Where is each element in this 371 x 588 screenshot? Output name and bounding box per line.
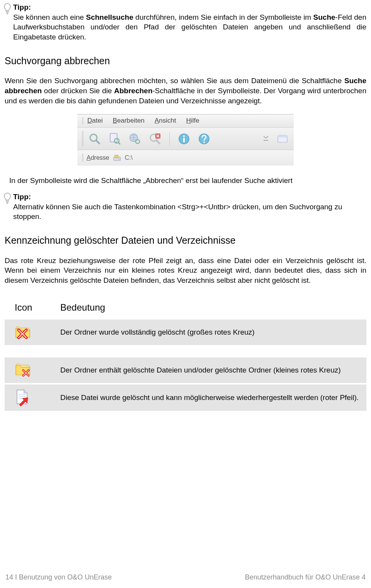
lightbulb-icon	[3, 3, 12, 15]
table-spacer	[5, 345, 366, 357]
folder-deleted-partial-icon	[15, 362, 60, 378]
address-label: Adresse	[87, 154, 109, 162]
heading-markers: Kennzeichnung gelöschter Dateien und Ver…	[5, 234, 366, 247]
svg-line-8	[157, 140, 160, 144]
para-cancel-search: Wenn Sie den Suchvorgang abbrechen möcht…	[5, 76, 366, 106]
svg-line-1	[96, 140, 100, 144]
info-icon[interactable]	[176, 131, 192, 147]
footer-left: 14 I Benutzung von O&O UnErase	[5, 573, 112, 582]
heading-cancel-search: Suchvorgang abbrechen	[5, 55, 366, 68]
panel-icon[interactable]	[274, 131, 291, 147]
svg-point-20	[118, 159, 119, 160]
toolbar-screenshot: Datei Bearbeiten Ansicht Hilfe	[77, 114, 294, 166]
table-row: Der Ordner enthält gelöschte Dateien und…	[5, 357, 366, 383]
table-row: Der Ordner wurde vollständig gelöscht (g…	[5, 320, 366, 345]
globe-search-icon[interactable]	[127, 131, 143, 147]
file-deleted-icon	[15, 389, 60, 406]
figure-caption: In der Symbolleiste wird die Schaltfläch…	[5, 176, 366, 186]
svg-line-4	[118, 142, 120, 144]
svg-point-11	[183, 135, 185, 137]
svg-point-0	[90, 134, 97, 141]
svg-point-14	[203, 142, 205, 143]
toolbar-overflow-icon[interactable]	[261, 131, 271, 147]
help-icon[interactable]	[196, 131, 212, 147]
address-bar: Adresse C:\	[77, 150, 294, 166]
toolbar	[77, 128, 294, 150]
cancel-search-icon[interactable]	[147, 131, 163, 147]
para-markers: Das rote Kreuz beziehungsweise der rote …	[5, 256, 366, 285]
tip-block-2: Tipp: Alternativ können Sie auch die Tas…	[5, 192, 366, 222]
tip-text: Alternativ können Sie auch die Tastenkom…	[13, 202, 366, 222]
row-text: Diese Datei wurde gelöscht und kann mögl…	[60, 393, 361, 403]
footer-right: Benutzerhandbuch für O&O UnErase 4	[245, 573, 366, 582]
svg-rect-17	[278, 135, 287, 137]
table-header: Icon Bedeutung	[5, 296, 366, 319]
row-text: Der Ordner enthält gelöschte Dateien und…	[60, 365, 361, 375]
header-meaning: Bedeutung	[60, 301, 361, 314]
svg-rect-2	[110, 133, 117, 142]
menu-hilfe[interactable]: Hilfe	[186, 116, 199, 125]
search-icon[interactable]	[87, 131, 103, 147]
page-search-icon[interactable]	[107, 131, 123, 147]
address-value[interactable]: C:\	[125, 154, 133, 162]
table-row: Diese Datei wurde gelöscht und kann mögl…	[5, 385, 366, 411]
svg-rect-19	[115, 155, 118, 158]
svg-rect-15	[264, 140, 268, 141]
svg-point-6	[136, 140, 140, 144]
header-icon: Icon	[15, 301, 60, 314]
tip-text: Sie können auch eine Schnellsuche durchf…	[13, 12, 366, 42]
folder-deleted-full-icon	[15, 325, 60, 339]
svg-rect-12	[183, 138, 185, 142]
tip-block-1: Tipp: Sie können auch eine Schnellsuche …	[5, 2, 366, 42]
drive-icon	[113, 154, 121, 162]
menu-ansicht[interactable]: Ansicht	[155, 116, 176, 125]
row-text: Der Ordner wurde vollständig gelöscht (g…	[60, 327, 361, 337]
separator	[169, 132, 170, 146]
menu-bearbeiten[interactable]: Bearbeiten	[113, 116, 145, 125]
lightbulb-icon	[3, 193, 12, 204]
menubar: Datei Bearbeiten Ansicht Hilfe	[77, 115, 294, 128]
tip-label: Tipp:	[13, 193, 31, 201]
tip-label: Tipp:	[13, 3, 31, 11]
menu-datei[interactable]: Datei	[87, 116, 103, 125]
icon-legend-table: Icon Bedeutung Der Ordner wurde vollstän…	[5, 296, 366, 410]
page-footer: 14 I Benutzung von O&O UnErase Benutzerh…	[0, 573, 371, 582]
